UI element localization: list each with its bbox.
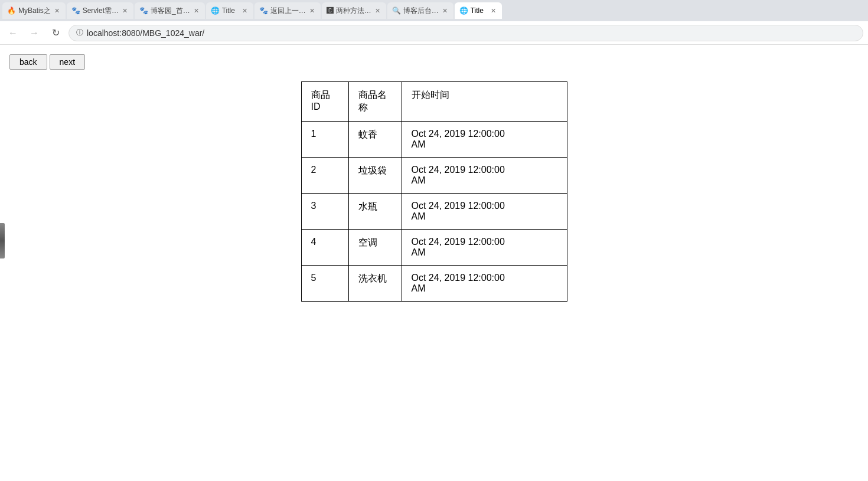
tab-favicon: 🐾	[259, 6, 268, 15]
tab-close-button[interactable]: ✕	[53, 6, 61, 15]
products-table: 商品ID 商品名称 开始时间 1蚊香Oct 24, 2019 12:00:00A…	[301, 81, 567, 302]
back-button[interactable]: back	[9, 54, 47, 70]
table-row: 1蚊香Oct 24, 2019 12:00:00AM	[301, 122, 567, 158]
cell-start-time: Oct 24, 2019 12:00:00AM	[402, 230, 567, 266]
tab-favicon: 🐾	[139, 6, 148, 15]
tab-label: 返回上一…	[270, 6, 306, 16]
cell-product-id: 2	[301, 158, 348, 194]
nav-bar: ← → ↻ ⓘ localhost:8080/MBG_1024_war/	[0, 21, 868, 45]
cell-product-id: 1	[301, 122, 348, 158]
browser-tab-tab7[interactable]: 🔍博客后台…✕	[387, 2, 453, 19]
tab-close-button[interactable]: ✕	[374, 6, 381, 15]
cell-start-time: Oct 24, 2019 12:00:00AM	[402, 158, 567, 194]
cell-start-time: Oct 24, 2019 12:00:00AM	[402, 194, 567, 230]
cell-product-name: 空调	[348, 230, 402, 266]
reload-button[interactable]: ↻	[47, 25, 64, 41]
cell-product-name: 洗衣机	[348, 266, 402, 302]
tab-label: Title	[471, 6, 487, 15]
tab-close-button[interactable]: ✕	[241, 6, 249, 15]
cell-product-name: 水瓶	[348, 194, 402, 230]
tab-label: MyBatis之	[18, 6, 51, 16]
next-button[interactable]: next	[50, 54, 85, 70]
url-text: localhost:8080/MBG_1024_war/	[87, 28, 204, 38]
tab-favicon: 🌐	[459, 6, 468, 15]
tab-close-button[interactable]: ✕	[490, 6, 497, 15]
info-icon: ⓘ	[76, 28, 83, 38]
tab-favicon: 🐾	[71, 6, 80, 15]
tab-favicon: 🅲	[327, 6, 334, 15]
table-container: 商品ID 商品名称 开始时间 1蚊香Oct 24, 2019 12:00:00A…	[9, 81, 859, 302]
browser-tab-tab2[interactable]: 🐾Servlet需…✕	[67, 2, 133, 19]
tab-label: Title	[222, 6, 239, 15]
tab-label: 博客园_首…	[151, 6, 190, 16]
pagination-controls: back next	[9, 54, 859, 70]
cell-start-time: Oct 24, 2019 12:00:00AM	[402, 266, 567, 302]
table-row: 2垃圾袋Oct 24, 2019 12:00:00AM	[301, 158, 567, 194]
tab-close-button[interactable]: ✕	[308, 6, 316, 15]
tab-label: 博客后台…	[403, 6, 439, 16]
col-header-name: 商品名称	[348, 82, 402, 122]
cell-start-time: Oct 24, 2019 12:00:00AM	[402, 122, 567, 158]
tab-close-button[interactable]: ✕	[121, 6, 129, 15]
scroll-indicator	[0, 223, 5, 259]
page-content: back next 商品ID 商品名称 开始时间 1蚊香Oct 24, 2019…	[0, 45, 868, 481]
cell-product-name: 蚊香	[348, 122, 402, 158]
browser-tab-tab8[interactable]: 🌐Title✕	[455, 2, 502, 19]
table-header-row: 商品ID 商品名称 开始时间	[301, 82, 567, 122]
browser-tab-tab5[interactable]: 🐾返回上一…✕	[254, 2, 321, 19]
tab-label: 两种方法…	[336, 6, 371, 16]
tab-label: Servlet需…	[83, 6, 119, 16]
col-header-time: 开始时间	[402, 82, 567, 122]
forward-nav-button[interactable]: →	[26, 25, 43, 41]
col-header-id: 商品ID	[301, 82, 348, 122]
tab-favicon: 🔥	[7, 6, 16, 15]
tab-close-button[interactable]: ✕	[441, 6, 449, 15]
cell-product-name: 垃圾袋	[348, 158, 402, 194]
table-row: 3水瓶Oct 24, 2019 12:00:00AM	[301, 194, 567, 230]
browser-tab-tab3[interactable]: 🐾博客园_首…✕	[135, 2, 205, 19]
tab-close-button[interactable]: ✕	[192, 6, 200, 15]
tab-bar: 🔥MyBatis之✕🐾Servlet需…✕🐾博客园_首…✕🌐Title✕🐾返回上…	[0, 0, 868, 21]
back-nav-button[interactable]: ←	[5, 25, 21, 41]
tab-favicon: 🔍	[392, 6, 401, 15]
browser-tab-tab6[interactable]: 🅲两种方法…✕	[322, 2, 386, 19]
cell-product-id: 4	[301, 230, 348, 266]
tab-favicon: 🌐	[211, 6, 220, 15]
address-bar[interactable]: ⓘ localhost:8080/MBG_1024_war/	[68, 25, 863, 41]
browser-tab-tab1[interactable]: 🔥MyBatis之✕	[2, 2, 66, 19]
table-row: 4空调Oct 24, 2019 12:00:00AM	[301, 230, 567, 266]
cell-product-id: 5	[301, 266, 348, 302]
browser-window: 🔥MyBatis之✕🐾Servlet需…✕🐾博客园_首…✕🌐Title✕🐾返回上…	[0, 0, 868, 481]
browser-tab-tab4[interactable]: 🌐Title✕	[206, 2, 253, 19]
table-row: 5洗衣机Oct 24, 2019 12:00:00AM	[301, 266, 567, 302]
cell-product-id: 3	[301, 194, 348, 230]
